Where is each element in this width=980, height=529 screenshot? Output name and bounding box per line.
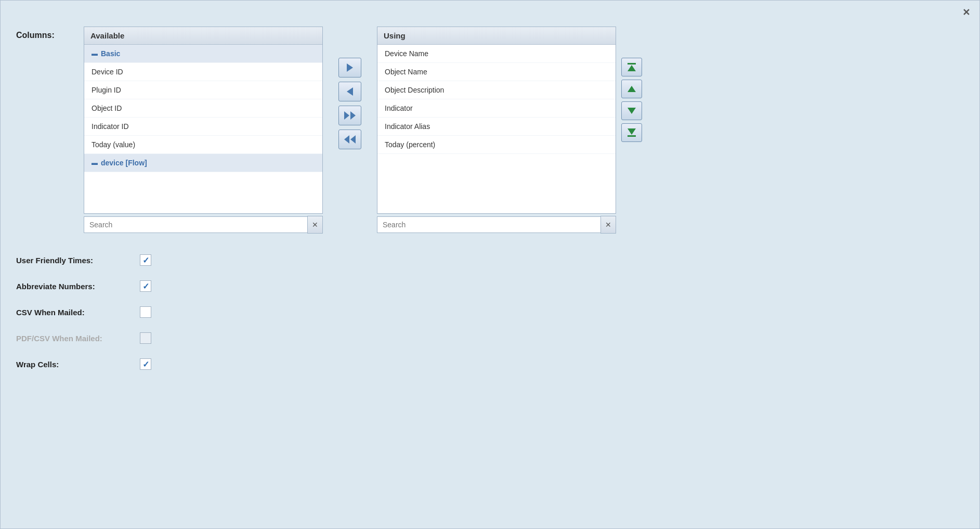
using-search-input[interactable] — [377, 216, 600, 233]
move-down-button[interactable] — [621, 101, 642, 120]
available-item-object-id[interactable]: Object ID — [84, 99, 322, 118]
collapse-icon-2: ▬ — [92, 159, 98, 166]
abbreviate-numbers-checkbox[interactable] — [140, 280, 151, 292]
move-left-button[interactable] — [338, 82, 361, 101]
csv-when-mailed-checkbox[interactable] — [140, 306, 151, 318]
available-item-today-value[interactable]: Today (value) — [84, 136, 322, 154]
move-to-top-button[interactable] — [621, 58, 642, 76]
available-group-device-flow[interactable]: ▬ device [Flow] — [84, 154, 322, 172]
using-item-indicator-alias[interactable]: Indicator Alias — [377, 118, 616, 136]
setting-wrap-cells: Wrap Cells: — [16, 358, 964, 370]
arrow-dbl-right-icon — [344, 111, 356, 120]
using-item-indicator[interactable]: Indicator — [377, 99, 616, 118]
available-item-indicator-id[interactable]: Indicator ID — [84, 118, 322, 136]
arrow-right-icon — [347, 63, 353, 72]
available-list-container: Available ▬ Basic Device ID Plugin ID Ob… — [84, 27, 323, 234]
basic-group-label: Basic — [101, 49, 120, 58]
move-all-left-button[interactable] — [338, 130, 361, 149]
move-all-right-button[interactable] — [338, 106, 361, 125]
move-right-button[interactable] — [338, 58, 361, 78]
using-item-device-name[interactable]: Device Name — [377, 45, 616, 63]
available-search-clear[interactable]: ✕ — [307, 216, 323, 234]
arrow-left-icon — [347, 87, 353, 96]
move-up-button[interactable] — [621, 80, 642, 98]
order-buttons — [616, 27, 647, 142]
available-list-box: Available ▬ Basic Device ID Plugin ID Ob… — [84, 27, 323, 214]
transfer-buttons — [333, 27, 367, 149]
wrap-cells-label: Wrap Cells: — [16, 360, 130, 369]
pdf-csv-when-mailed-label: PDF/CSV When Mailed: — [16, 334, 130, 343]
setting-user-friendly-times: User Friendly Times: — [16, 254, 964, 266]
available-item-plugin-id[interactable]: Plugin ID — [84, 81, 322, 99]
wrap-cells-checkbox[interactable] — [140, 358, 151, 370]
columns-label: Columns: — [16, 27, 73, 40]
pdf-csv-when-mailed-checkbox — [140, 332, 151, 344]
using-search-row: ✕ — [377, 216, 616, 234]
user-friendly-times-checkbox[interactable] — [140, 254, 151, 266]
move-to-bottom-button[interactable] — [621, 123, 642, 142]
available-search-input[interactable] — [84, 216, 307, 233]
dialog: ✕ Columns: Available ▬ Basic Device ID P… — [0, 0, 980, 529]
collapse-icon: ▬ — [92, 50, 98, 57]
available-list-body[interactable]: ▬ Basic Device ID Plugin ID Object ID In… — [84, 45, 322, 213]
arrow-up-icon — [628, 86, 636, 92]
using-list-box: Using Device Name Object Name Object Des… — [377, 27, 616, 214]
arrow-down-icon — [628, 108, 636, 114]
available-group-basic[interactable]: ▬ Basic — [84, 45, 322, 63]
csv-when-mailed-label: CSV When Mailed: — [16, 308, 130, 317]
move-top-icon — [628, 63, 636, 71]
using-list-body[interactable]: Device Name Object Name Object Descripti… — [377, 45, 616, 213]
setting-pdf-csv-when-mailed: PDF/CSV When Mailed: — [16, 332, 964, 344]
close-button[interactable]: ✕ — [962, 7, 970, 18]
abbreviate-numbers-label: Abbreviate Numbers: — [16, 282, 130, 291]
using-item-today-percent[interactable]: Today (percent) — [377, 136, 616, 154]
setting-abbreviate-numbers: Abbreviate Numbers: — [16, 280, 964, 292]
using-search-clear[interactable]: ✕ — [600, 216, 616, 234]
using-item-object-description[interactable]: Object Description — [377, 81, 616, 99]
settings-section: User Friendly Times: Abbreviate Numbers:… — [16, 254, 964, 370]
using-item-object-name[interactable]: Object Name — [377, 63, 616, 81]
available-search-row: ✕ — [84, 216, 323, 234]
using-list-container: Using Device Name Object Name Object Des… — [377, 27, 616, 234]
device-flow-group-label: device [Flow] — [101, 159, 147, 167]
user-friendly-times-label: User Friendly Times: — [16, 256, 130, 265]
available-item-device-id[interactable]: Device ID — [84, 63, 322, 81]
using-header: Using — [377, 27, 616, 45]
arrow-dbl-left-icon — [344, 135, 356, 144]
move-bottom-icon — [628, 128, 636, 137]
using-list-wrapper: Using Device Name Object Name Object Des… — [377, 27, 647, 234]
available-header: Available — [84, 27, 322, 45]
setting-csv-when-mailed: CSV When Mailed: — [16, 306, 964, 318]
